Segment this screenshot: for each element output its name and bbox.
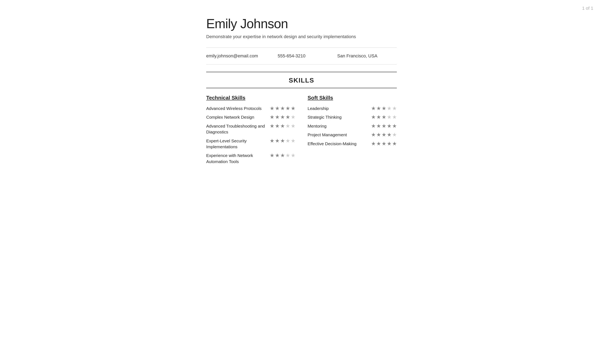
skill-name: Effective Decision-Making (308, 141, 369, 147)
skill-row: Complex Network Design ★★★★★ (206, 114, 295, 120)
skill-row: Experience with Network Automation Tools… (206, 153, 295, 164)
star-filled: ★ (371, 115, 376, 120)
star-filled: ★ (270, 138, 274, 144)
skill-stars: ★★★★★ (270, 114, 295, 120)
soft-skills-column: Soft Skills Leadership ★★★★★ Strategic T… (308, 95, 397, 167)
star-filled: ★ (387, 124, 392, 129)
star-filled: ★ (376, 132, 381, 138)
star-empty: ★ (291, 153, 295, 158)
star-filled: ★ (286, 115, 290, 120)
skill-name: Strategic Thinking (308, 114, 369, 120)
star-filled: ★ (280, 106, 285, 111)
star-filled: ★ (382, 106, 386, 111)
skill-name: Complex Network Design (206, 114, 267, 120)
skill-name: Advanced Troubleshooting and Diagnostics (206, 123, 267, 135)
contact-phone: 555-654-3210 (278, 53, 337, 59)
skill-name: Expert-Level Security Implementations (206, 138, 267, 150)
star-empty: ★ (291, 124, 295, 129)
star-filled: ★ (275, 106, 280, 111)
skill-name: Mentoring (308, 123, 369, 129)
candidate-name: Emily Johnson (206, 16, 397, 31)
star-filled: ★ (371, 124, 376, 129)
star-empty: ★ (291, 115, 295, 120)
star-filled: ★ (371, 106, 376, 111)
skill-row: Strategic Thinking ★★★★★ (308, 114, 397, 120)
star-filled: ★ (270, 153, 274, 158)
skill-name: Project Management (308, 132, 369, 138)
star-filled: ★ (286, 106, 290, 111)
skill-row: Mentoring ★★★★★ (308, 123, 397, 129)
technical-skills-column: Technical Skills Advanced Wireless Proto… (206, 95, 295, 167)
skill-row: Advanced Wireless Protocols ★★★★★ (206, 106, 295, 111)
skills-section-title: SKILLS (206, 72, 397, 88)
star-filled: ★ (275, 124, 280, 129)
skill-stars: ★★★★★ (270, 153, 295, 158)
star-empty: ★ (286, 153, 290, 158)
star-filled: ★ (275, 138, 280, 144)
skill-stars: ★★★★★ (371, 114, 397, 120)
star-empty: ★ (387, 115, 392, 120)
star-filled: ★ (392, 141, 397, 146)
star-filled: ★ (387, 141, 392, 146)
star-filled: ★ (280, 115, 285, 120)
skill-row: Advanced Troubleshooting and Diagnostics… (206, 123, 295, 135)
soft-skills-heading: Soft Skills (308, 95, 397, 101)
skill-row: Effective Decision-Making ★★★★★ (308, 141, 397, 147)
star-filled: ★ (382, 132, 386, 138)
star-filled: ★ (371, 141, 376, 146)
resume-container: 1 of 1 Emily Johnson Demonstrate your ex… (190, 0, 413, 184)
tagline: Demonstrate your expertise in network de… (206, 34, 397, 39)
star-filled: ★ (376, 106, 381, 111)
technical-skills-list: Advanced Wireless Protocols ★★★★★ Comple… (206, 106, 295, 164)
section-divider-bottom (206, 88, 397, 88)
skill-stars: ★★★★★ (270, 138, 295, 144)
skill-stars: ★★★★★ (371, 132, 397, 138)
star-empty: ★ (392, 115, 397, 120)
page-counter: 1 of 1 (582, 6, 593, 11)
contact-row: emily.johnson@email.com 555-654-3210 San… (206, 48, 397, 64)
skill-stars: ★★★★★ (371, 123, 397, 129)
technical-skills-heading: Technical Skills (206, 95, 295, 101)
star-filled: ★ (371, 132, 376, 138)
skill-row: Expert-Level Security Implementations ★★… (206, 138, 295, 150)
star-filled: ★ (270, 124, 274, 129)
star-filled: ★ (291, 106, 295, 111)
star-filled: ★ (392, 124, 397, 129)
star-filled: ★ (376, 141, 381, 146)
star-empty: ★ (392, 132, 397, 138)
star-filled: ★ (376, 115, 381, 120)
skill-row: Leadership ★★★★★ (308, 106, 397, 111)
skill-stars: ★★★★★ (371, 141, 397, 146)
star-filled: ★ (270, 106, 274, 111)
star-filled: ★ (275, 153, 280, 158)
star-empty: ★ (286, 138, 290, 144)
skill-stars: ★★★★★ (270, 123, 295, 129)
star-filled: ★ (382, 124, 386, 129)
star-empty: ★ (392, 106, 397, 111)
star-filled: ★ (376, 124, 381, 129)
star-filled: ★ (382, 115, 386, 120)
star-filled: ★ (280, 153, 285, 158)
star-filled: ★ (275, 115, 280, 120)
star-filled: ★ (387, 132, 392, 138)
skill-name: Advanced Wireless Protocols (206, 106, 267, 111)
skill-name: Leadership (308, 106, 369, 111)
contact-email: emily.johnson@email.com (206, 53, 278, 59)
skill-row: Project Management ★★★★★ (308, 132, 397, 138)
star-filled: ★ (280, 124, 285, 129)
contact-location: San Francisco, USA (337, 53, 397, 59)
skill-stars: ★★★★★ (270, 106, 295, 111)
skills-grid: Technical Skills Advanced Wireless Proto… (206, 95, 397, 167)
star-filled: ★ (270, 115, 274, 120)
star-empty: ★ (286, 124, 290, 129)
star-filled: ★ (382, 141, 386, 146)
star-empty: ★ (387, 106, 392, 111)
skill-name: Experience with Network Automation Tools (206, 153, 267, 164)
star-filled: ★ (280, 138, 285, 144)
skill-stars: ★★★★★ (371, 106, 397, 111)
soft-skills-list: Leadership ★★★★★ Strategic Thinking ★★★★… (308, 106, 397, 147)
star-empty: ★ (291, 138, 295, 144)
